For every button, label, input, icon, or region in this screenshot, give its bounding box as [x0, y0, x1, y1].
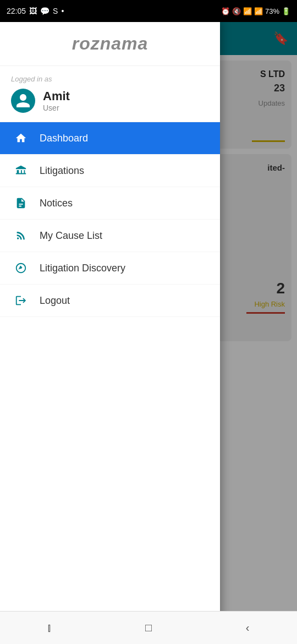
bank-icon: [13, 165, 29, 177]
whatsapp-icon: 💬: [40, 7, 50, 15]
dot-icon: •: [61, 7, 64, 15]
user-section: Logged in as Amit User: [0, 66, 220, 122]
square-icon: □: [145, 621, 152, 634]
nav-item-dashboard[interactable]: Dashboard: [0, 122, 220, 155]
nav-label-dashboard: Dashboard: [40, 133, 88, 144]
skype-icon: S: [53, 7, 58, 15]
dim-overlay: [220, 22, 297, 644]
nav-back-button[interactable]: ‹: [231, 617, 264, 639]
mute-icon: 🔇: [232, 7, 241, 15]
user-name: Amit: [43, 89, 70, 103]
drawer-logo: roznama: [0, 22, 220, 66]
status-right: ⏰ 🔇 📶 📶 73% 🔋: [221, 7, 290, 15]
battery-level: 73%: [265, 7, 279, 15]
user-role: User: [43, 103, 70, 112]
wifi-icon: 📶: [243, 7, 252, 15]
nav-item-my-cause-list[interactable]: My Cause List: [0, 220, 220, 252]
compass-icon: [13, 262, 29, 274]
nav-home-button[interactable]: □: [132, 617, 165, 639]
nav-label-my-cause-list: My Cause List: [40, 230, 102, 242]
alarm-icon: ⏰: [221, 7, 230, 15]
nav-item-notices[interactable]: Notices: [0, 187, 220, 220]
battery-icon: 🔋: [282, 7, 290, 15]
status-left: 22:05 🖼 💬 S •: [7, 7, 64, 15]
back-icon: ‹: [246, 621, 250, 634]
nav-label-litigations: Litigations: [40, 165, 84, 177]
avatar: [11, 89, 35, 113]
rss-icon: [13, 230, 29, 242]
user-details: Amit User: [43, 89, 70, 112]
nav-label-logout: Logout: [40, 295, 70, 307]
nav-recents-button[interactable]: ⫿: [33, 617, 66, 639]
logged-in-as-label: Logged in as: [11, 75, 209, 83]
svg-point-0: [20, 268, 22, 269]
drawer-overlay[interactable]: roznama Logged in as Amit User: [0, 22, 297, 644]
navigation-drawer: roznama Logged in as Amit User: [0, 22, 220, 644]
recents-icon: ⫿: [47, 621, 52, 634]
nav-label-notices: Notices: [40, 198, 73, 209]
document-icon: [13, 197, 29, 209]
nav-label-litigation-discovery: Litigation Discovery: [40, 263, 125, 274]
time: 22:05: [7, 7, 26, 15]
bottom-nav: ⫿ □ ‹: [0, 611, 297, 644]
nav-item-litigation-discovery[interactable]: Litigation Discovery: [0, 252, 220, 285]
logout-icon: [13, 294, 29, 307]
user-info: Amit User: [11, 89, 209, 113]
signal-icon: 📶: [254, 7, 263, 15]
nav-item-logout[interactable]: Logout: [0, 285, 220, 317]
app-logo-text: roznama: [72, 34, 148, 54]
home-icon: [13, 132, 29, 144]
nav-item-litigations[interactable]: Litigations: [0, 155, 220, 187]
nav-list: Dashboard Litigations Notices: [0, 122, 220, 644]
status-bar: 22:05 🖼 💬 S • ⏰ 🔇 📶 📶 73% 🔋: [0, 0, 297, 22]
user-avatar-icon: [15, 92, 31, 109]
gallery-icon: 🖼: [29, 7, 37, 15]
